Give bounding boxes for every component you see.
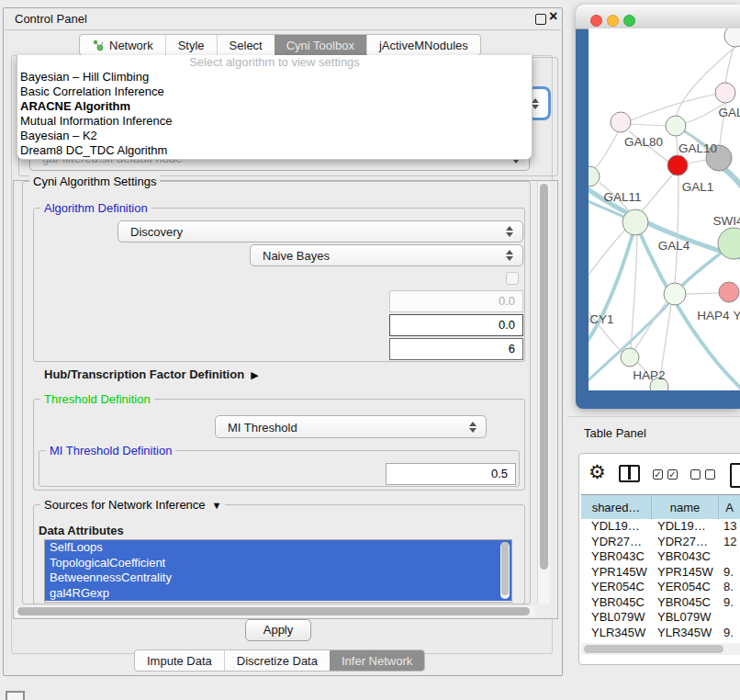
float-window-icon[interactable]: [535, 14, 546, 25]
tab-discretize-data[interactable]: Discretize Data: [224, 650, 330, 671]
mi-steps-field[interactable]: 6: [389, 338, 523, 360]
split-columns-icon[interactable]: [619, 465, 640, 482]
node-label: SWI4: [712, 214, 740, 228]
list-item[interactable]: SelfLoops: [45, 540, 511, 556]
tab-style[interactable]: Style: [165, 35, 217, 55]
cell-name[interactable]: YLR345W: [652, 626, 719, 641]
cell-shared[interactable]: YPR145W: [581, 565, 652, 581]
popup-item-selected[interactable]: ARACNE Algorithm: [17, 99, 532, 114]
which-threshold-combobox[interactable]: MI Threshold: [215, 415, 487, 438]
network-canvas[interactable]: GAL GAL80 GAL10 GAL1 GAL11 GAL4 SWI4 HAP…: [589, 28, 740, 390]
column-header[interactable]: A: [719, 495, 740, 519]
kernel-width-field[interactable]: 0.0: [389, 290, 523, 312]
apply-button[interactable]: Apply: [245, 619, 311, 641]
sources-header[interactable]: Sources for Network Inference▼: [40, 498, 225, 512]
settings-vertical-scrollbar[interactable]: [537, 182, 550, 604]
table-row[interactable]: YBR045CYBR045C9.: [581, 595, 740, 611]
deselect-checkbox-icon[interactable]: [690, 469, 701, 480]
table-row[interactable]: YLR345WYLR345W9.: [581, 626, 740, 641]
table-horizontal-scrollbar[interactable]: [581, 643, 740, 655]
table-row[interactable]: YBR043CYBR043C: [581, 549, 740, 565]
cell-name[interactable]: YDR27…: [652, 535, 719, 550]
dpi-tolerance-field[interactable]: 0.0: [389, 314, 523, 336]
scrollbar-thumb[interactable]: [540, 184, 548, 570]
hub-definition-header[interactable]: Hub/Transcription Factor Definition▶: [44, 367, 259, 381]
page-icon[interactable]: [730, 463, 740, 488]
cell-value[interactable]: 9.: [719, 595, 740, 611]
cell-name[interactable]: YBR045C: [652, 595, 719, 611]
select-all-checkbox-icon[interactable]: ✓: [653, 469, 663, 480]
cell-value[interactable]: 9.: [719, 565, 740, 581]
popup-item[interactable]: Dream8 DC_TDC Algorithm: [17, 143, 532, 158]
mi-type-combobox[interactable]: Naive Bayes: [250, 244, 523, 266]
network-node[interactable]: [715, 83, 735, 103]
network-node[interactable]: [589, 166, 600, 186]
table-row[interactable]: YER054CYER054C8.: [581, 580, 740, 595]
network-node[interactable]: [611, 112, 631, 132]
settings-horizontal-scrollbar[interactable]: [16, 606, 535, 617]
cell-shared[interactable]: YBR045C: [581, 595, 652, 611]
network-node[interactable]: [664, 283, 686, 305]
tab-infer-network[interactable]: Infer Network: [330, 650, 424, 671]
popup-item[interactable]: Bayesian – Hill Climbing: [17, 70, 532, 85]
manual-kernel-checkbox[interactable]: [506, 272, 519, 285]
minimized-panel-icon[interactable]: [6, 691, 25, 700]
cell-shared[interactable]: YLR345W: [581, 626, 652, 641]
network-node[interactable]: [724, 28, 740, 47]
minimize-traffic-light-icon[interactable]: [607, 15, 619, 27]
popup-item[interactable]: Basic Correlation Inference: [17, 85, 532, 99]
zoom-traffic-light-icon[interactable]: [623, 15, 635, 27]
scrollbar-thumb[interactable]: [501, 542, 509, 595]
table-row[interactable]: YDR27…YDR27…12: [581, 535, 740, 550]
column-header[interactable]: name: [652, 495, 719, 519]
close-traffic-light-icon[interactable]: [590, 15, 602, 27]
aracne-mode-combobox[interactable]: Discovery: [118, 220, 523, 243]
cell-shared[interactable]: YDR27…: [581, 535, 652, 550]
network-window-titlebar[interactable]: [576, 5, 740, 29]
close-icon[interactable]: ×: [549, 8, 557, 25]
list-item[interactable]: BetweennessCentrality: [45, 570, 511, 586]
cell-name[interactable]: YBL079W: [652, 610, 719, 626]
cell-name[interactable]: YBR043C: [652, 549, 719, 565]
cell-name[interactable]: YPR145W: [652, 565, 719, 581]
deselect-checkbox-icon[interactable]: [705, 469, 715, 480]
scrollbar-thumb[interactable]: [584, 645, 723, 653]
list-item[interactable]: TopologicalCoefficient: [45, 556, 511, 571]
network-node[interactable]: [666, 116, 686, 136]
cell-value[interactable]: [719, 549, 740, 565]
table-row[interactable]: YPR145WYPR145W9.: [581, 565, 740, 581]
cell-shared[interactable]: YER054C: [581, 580, 652, 595]
cell-value[interactable]: 9.: [719, 626, 740, 641]
list-item[interactable]: gal4RGexp: [45, 586, 511, 602]
tab-jactivemnodules[interactable]: jActiveMNodules: [366, 35, 480, 55]
network-node[interactable]: [622, 209, 648, 235]
list-vertical-scrollbar[interactable]: [500, 542, 510, 599]
cell-value[interactable]: 8.: [719, 580, 740, 595]
column-header[interactable]: shared…: [581, 495, 652, 519]
cell-name[interactable]: YDL19…: [652, 519, 719, 535]
tab-impute-data[interactable]: Impute Data: [135, 650, 224, 671]
popup-item[interactable]: Mutual Information Inference: [17, 114, 532, 129]
table-row[interactable]: YDL19…YDL19…13: [581, 519, 740, 535]
gear-icon[interactable]: ⚙: [589, 461, 606, 483]
mi-threshold-field[interactable]: 0.5: [386, 463, 516, 485]
cell-value[interactable]: 12: [719, 535, 740, 550]
table-row[interactable]: YBL079WYBL079W: [581, 610, 740, 626]
scrollbar-thumb[interactable]: [17, 607, 530, 615]
network-node[interactable]: [667, 155, 688, 175]
cell-shared[interactable]: YDL19…: [581, 519, 652, 535]
network-node[interactable]: [621, 348, 639, 367]
cell-value[interactable]: [719, 610, 740, 626]
select-all-checkbox-icon[interactable]: ✓: [667, 469, 678, 480]
control-panel-tabbar: Network Style Select Cyni Toolbox jActiv…: [79, 34, 481, 56]
tab-select[interactable]: Select: [217, 35, 275, 55]
cell-shared[interactable]: YBL079W: [581, 610, 652, 626]
cell-shared[interactable]: YBR043C: [581, 549, 652, 565]
cell-value[interactable]: 13: [719, 519, 740, 535]
combo-spinner-icon: [532, 98, 539, 109]
network-node[interactable]: [719, 282, 739, 302]
tab-network[interactable]: Network: [80, 35, 165, 55]
cell-name[interactable]: YER054C: [652, 580, 719, 595]
tab-cyni-toolbox[interactable]: Cyni Toolbox: [275, 35, 366, 55]
popup-item[interactable]: Bayesian – K2: [17, 129, 532, 143]
